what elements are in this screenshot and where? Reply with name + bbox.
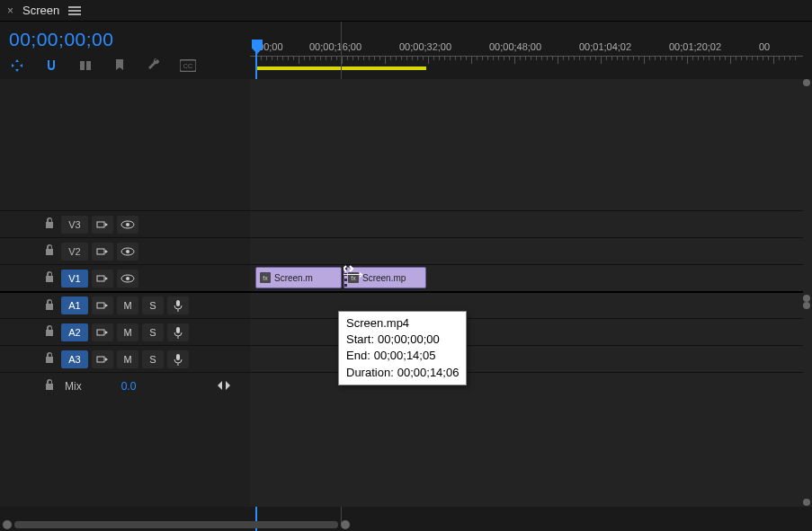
linked-selection-icon[interactable]	[77, 58, 94, 74]
tooltip-duration-value: 00;00;14;06	[397, 365, 460, 381]
marker-icon[interactable]	[112, 58, 128, 74]
ruler-labels: ;00;0000;00;16;0000;00;32;0000;00;48;000…	[250, 41, 812, 56]
mute-button[interactable]: M	[117, 323, 138, 341]
track-header-v2[interactable]: V2	[0, 237, 250, 264]
scroll-handle-icon[interactable]	[803, 295, 810, 302]
lock-icon[interactable]	[41, 325, 58, 339]
scroll-handle-icon[interactable]	[803, 499, 810, 506]
time-ruler[interactable]: ;00;0000;00;16;0000;00;32;0000;00;48;000…	[250, 22, 812, 79]
scroll-handle-icon[interactable]	[803, 302, 810, 309]
timeline-top-section: 00;00;00;00 CC ;00;0000;00;16;0000;00;32…	[0, 22, 812, 79]
svg-rect-4	[86, 61, 91, 70]
svg-rect-7	[97, 222, 104, 227]
mute-button[interactable]: M	[117, 350, 138, 368]
track-header-a1[interactable]: A1 M S	[0, 291, 250, 318]
sync-lock-icon[interactable]	[92, 270, 113, 288]
timecode-area: 00;00;00;00 CC	[0, 22, 250, 79]
horizontal-zoom-scrollbar[interactable]	[0, 518, 801, 531]
sync-lock-icon[interactable]	[92, 323, 113, 341]
work-area-bar[interactable]	[255, 66, 426, 70]
track-target-v1[interactable]: V1	[61, 270, 88, 288]
svg-rect-13	[97, 276, 104, 281]
tooltip-clip-name: Screen.mp4	[346, 315, 459, 332]
track-lane-a3[interactable]	[250, 345, 803, 372]
ruler-label: 00;00;32;00	[399, 41, 451, 52]
svg-rect-2	[68, 13, 81, 15]
track-target-a1[interactable]: A1	[61, 296, 88, 314]
track-lane-v2[interactable]	[250, 237, 803, 264]
sync-lock-icon[interactable]	[92, 216, 113, 234]
solo-button[interactable]: S	[142, 296, 164, 314]
settings-wrench-icon[interactable]	[146, 58, 162, 74]
lock-icon[interactable]	[41, 244, 58, 258]
ruler-label: 00	[759, 41, 770, 52]
track-target-a3[interactable]: A3	[61, 350, 88, 368]
track-lane-a1[interactable]	[250, 291, 803, 318]
stereo-out-icon[interactable]	[216, 378, 232, 394]
track-header-a2[interactable]: A2 M S	[0, 318, 250, 345]
track-content-area[interactable]: fxScreen.mpfxScreen.m Screen.mp4 Start:0…	[250, 79, 812, 507]
lock-icon[interactable]	[41, 379, 58, 393]
svg-rect-16	[97, 303, 104, 308]
svg-point-9	[126, 223, 129, 226]
solo-button[interactable]: S	[142, 350, 164, 368]
svg-point-12	[126, 250, 129, 253]
lock-icon[interactable]	[41, 299, 58, 313]
track-header-mix[interactable]: Mix 0.0	[0, 372, 250, 399]
lock-icon[interactable]	[41, 217, 58, 231]
panel-header: × Screen	[0, 0, 812, 22]
toggle-track-output-icon[interactable]	[117, 216, 138, 234]
ruler-label: 00;01;04;02	[579, 41, 631, 52]
voiceover-record-icon[interactable]	[167, 323, 189, 341]
lock-icon[interactable]	[41, 352, 58, 366]
zoom-bar[interactable]	[14, 521, 338, 528]
track-header-v3[interactable]: V3	[0, 210, 250, 237]
captions-icon[interactable]: CC	[180, 58, 196, 74]
voiceover-record-icon[interactable]	[167, 296, 189, 314]
nest-sequence-icon[interactable]	[9, 58, 25, 74]
track-lane-mix[interactable]	[250, 372, 803, 399]
tooltip-start-value: 00;00;00;00	[378, 332, 440, 348]
lock-icon[interactable]	[41, 271, 58, 285]
ruler-label: 00;00;48;00	[489, 41, 541, 52]
toggle-track-output-icon[interactable]	[117, 270, 138, 288]
solo-button[interactable]: S	[142, 323, 164, 341]
track-header-v1[interactable]: V1	[0, 264, 250, 291]
track-target-a2[interactable]: A2	[61, 323, 88, 341]
tracks-area: V3 V2 V1 A1 M S A2 M	[0, 79, 812, 507]
scroll-handle-icon[interactable]	[803, 79, 810, 86]
toggle-track-output-icon[interactable]	[117, 243, 138, 261]
svg-rect-21	[176, 354, 180, 360]
voiceover-record-icon[interactable]	[167, 350, 189, 368]
sync-lock-icon[interactable]	[92, 296, 113, 314]
close-panel-button[interactable]: ×	[7, 4, 13, 17]
sync-lock-icon[interactable]	[92, 243, 113, 261]
track-lane-v1[interactable]	[250, 264, 803, 291]
track-lane-a2[interactable]	[250, 318, 803, 345]
svg-rect-20	[97, 357, 104, 362]
tooltip-end-label: End:	[346, 348, 370, 364]
zoom-handle-left-icon[interactable]	[3, 520, 12, 529]
svg-rect-10	[97, 249, 104, 254]
sync-lock-icon[interactable]	[92, 350, 113, 368]
panel-menu-icon[interactable]	[68, 5, 81, 16]
track-header-a3[interactable]: A3 M S	[0, 345, 250, 372]
mute-button[interactable]: M	[117, 296, 138, 314]
svg-rect-1	[68, 10, 81, 12]
track-lane-v3[interactable]	[250, 210, 803, 237]
ruler-label: 00;01;20;02	[669, 41, 721, 52]
svg-point-15	[126, 277, 129, 280]
tooltip-duration-label: Duration:	[346, 365, 394, 381]
mix-track-label: Mix	[65, 380, 82, 393]
vertical-scrollbar[interactable]	[801, 79, 812, 506]
tooltip-end-value: 00;00;14;05	[374, 348, 436, 364]
svg-rect-17	[176, 300, 180, 306]
svg-rect-19	[176, 327, 180, 333]
zoom-handle-right-icon[interactable]	[341, 520, 350, 529]
current-timecode[interactable]: 00;00;00;00	[9, 29, 241, 50]
track-target-v3[interactable]: V3	[61, 216, 88, 234]
snap-icon[interactable]	[43, 58, 59, 74]
mix-level-value[interactable]: 0.0	[121, 380, 137, 393]
track-target-v2[interactable]: V2	[61, 243, 88, 261]
svg-rect-0	[68, 6, 81, 8]
